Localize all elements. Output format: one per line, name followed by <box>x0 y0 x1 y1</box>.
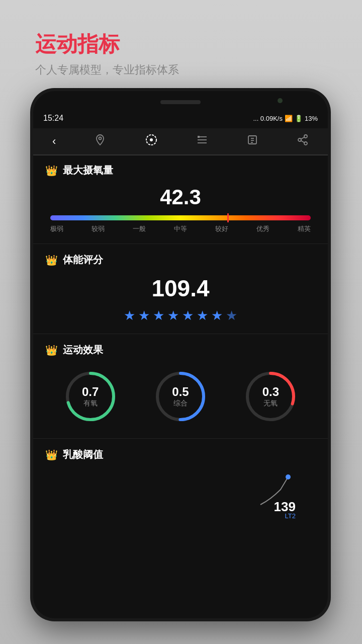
svg-point-22 <box>286 474 291 479</box>
fitness-score-value: 109.4 <box>45 275 316 302</box>
status-bar: 15:24 ... 0.09K/s 📶 🔋 13% <box>43 111 318 125</box>
label-excellent: 优秀 <box>256 224 269 233</box>
map-nav-icon[interactable] <box>89 131 111 152</box>
lactate-label: 乳酸阈值 <box>63 448 103 461</box>
lactate-lt2: LT2 <box>285 512 296 520</box>
wifi-icon: 📶 <box>285 115 293 122</box>
network-status: ... 0.09K/s <box>253 115 283 122</box>
effect-section: 👑 运动效果 0.7 有氧 <box>33 335 328 439</box>
svg-point-11 <box>304 135 307 138</box>
svg-point-12 <box>298 138 301 141</box>
comprehensive-value: 0.5 <box>172 385 189 399</box>
label-medium: 中等 <box>174 224 187 233</box>
label-good: 较好 <box>215 224 228 233</box>
fitness-title-row: 👑 体能评分 <box>45 253 316 267</box>
aerobic-circle-item: 0.7 有氧 <box>63 369 118 424</box>
star-7: ★ <box>211 308 223 324</box>
star-3: ★ <box>153 308 164 324</box>
refresh-nav-icon[interactable] <box>140 130 163 152</box>
svg-point-0 <box>99 137 102 140</box>
anaerobic-center: 0.3 无氧 <box>262 385 279 408</box>
crown-icon-fitness: 👑 <box>45 254 58 266</box>
crown-icon-effect: 👑 <box>45 344 58 356</box>
label-normal: 一般 <box>133 224 146 233</box>
battery-percent: 13% <box>305 115 318 122</box>
aerobic-label: 有氧 <box>82 399 99 408</box>
nav-bar: ‹ <box>33 128 328 155</box>
vo2max-label: 最大摄氧量 <box>63 164 113 177</box>
page-subtitle: 个人专属模型，专业指标体系 <box>35 62 179 77</box>
anaerobic-value: 0.3 <box>262 385 279 399</box>
aerobic-center: 0.7 有氧 <box>82 385 99 408</box>
vo2max-value: 42.3 <box>45 185 316 209</box>
back-button[interactable]: ‹ <box>47 132 61 151</box>
phone-inner: 15:24 ... 0.09K/s 📶 🔋 13% ‹ <box>33 91 328 618</box>
svg-point-13 <box>304 142 307 145</box>
fitness-section: 👑 体能评分 109.4 ★ ★ ★ ★ ★ ★ ★ ★ <box>33 245 328 334</box>
comprehensive-circle-item: 0.5 综合 <box>153 369 208 424</box>
anaerobic-circle-item: 0.3 无氧 <box>243 369 298 424</box>
lactate-section: 👑 乳酸阈值 139 LT2 <box>33 440 328 530</box>
aerobic-value: 0.7 <box>82 385 99 399</box>
anaerobic-ring: 0.3 无氧 <box>243 369 298 424</box>
page-title: 运动指标 <box>35 30 179 58</box>
rainbow-bar <box>50 215 311 220</box>
star-4: ★ <box>167 308 179 324</box>
lactate-title-row: 👑 乳酸阈值 <box>45 448 316 461</box>
status-icons: ... 0.09K/s 📶 🔋 13% <box>253 115 318 122</box>
comprehensive-center: 0.5 综合 <box>172 385 189 408</box>
top-text-area: 运动指标 个人专属模型，专业指标体系 <box>35 30 179 77</box>
vo2max-section: 👑 最大摄氧量 42.3 极弱 较弱 一般 中等 较好 优秀 精英 <box>33 155 328 244</box>
label-very-weak: 极弱 <box>50 224 63 233</box>
effect-label: 运动效果 <box>63 343 103 357</box>
rainbow-bar-container: 极弱 较弱 一般 中等 较好 优秀 精英 <box>50 215 311 233</box>
star-1: ★ <box>124 308 135 324</box>
svg-point-2 <box>150 138 153 141</box>
label-elite: 精英 <box>298 224 311 233</box>
svg-rect-6 <box>198 136 200 138</box>
phone-camera <box>278 98 283 103</box>
content-area: 👑 最大摄氧量 42.3 极弱 较弱 一般 中等 较好 优秀 精英 <box>33 155 328 618</box>
comprehensive-ring: 0.5 综合 <box>153 369 208 424</box>
crown-icon-vo2max: 👑 <box>45 165 58 177</box>
vo2max-title-row: 👑 最大摄氧量 <box>45 164 316 177</box>
star-6: ★ <box>197 308 208 324</box>
list-nav-icon[interactable] <box>191 131 213 152</box>
effect-title-row: 👑 运动效果 <box>45 343 316 357</box>
star-2: ★ <box>138 308 150 324</box>
crown-icon-lactate: 👑 <box>45 449 58 461</box>
fitness-label: 体能评分 <box>63 253 103 267</box>
phone-frame: 15:24 ... 0.09K/s 📶 🔋 13% ‹ <box>30 88 331 621</box>
comprehensive-label: 综合 <box>172 399 189 408</box>
stars-row: ★ ★ ★ ★ ★ ★ ★ ★ <box>45 308 316 324</box>
lactate-chart: 139 LT2 <box>45 469 316 520</box>
effect-circles: 0.7 有氧 0.5 <box>45 365 316 428</box>
battery-icon: 🔋 <box>295 115 303 122</box>
phone-speaker <box>160 100 201 104</box>
star-8: ★ <box>226 308 237 324</box>
star-5: ★ <box>182 308 194 324</box>
svg-line-15 <box>301 137 305 139</box>
status-time: 15:24 <box>43 114 63 123</box>
search-nav-icon[interactable] <box>241 131 263 152</box>
anaerobic-label: 无氧 <box>262 399 279 408</box>
label-weak: 较弱 <box>92 224 105 233</box>
rainbow-labels: 极弱 较弱 一般 中等 较好 优秀 精英 <box>50 224 311 233</box>
svg-line-14 <box>301 141 305 143</box>
aerobic-ring: 0.7 有氧 <box>63 369 118 424</box>
rainbow-indicator <box>227 213 229 222</box>
share-nav-icon[interactable] <box>292 131 314 152</box>
